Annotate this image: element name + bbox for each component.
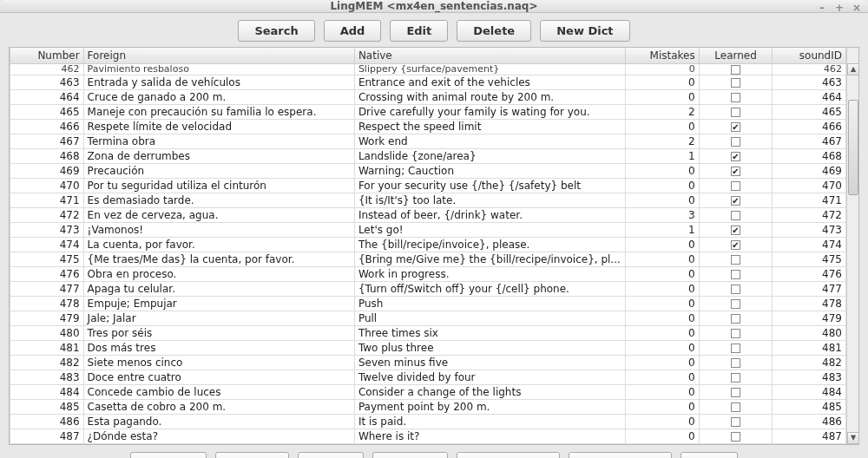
cell-native[interactable]: Payment point by 200 m. [354,400,625,415]
col-number[interactable]: Number [10,48,84,64]
cell-number[interactable]: 466 [10,120,84,134]
cell-mistakes[interactable]: 0 [626,179,700,193]
cell-soundid[interactable]: 484 [773,385,846,400]
cell-mistakes[interactable]: 0 [626,75,700,90]
cell-native[interactable]: Consider a change of the lights [354,385,625,400]
delete-button[interactable]: Delete [457,20,531,42]
cell-soundid[interactable]: 463 [773,75,846,90]
table-row[interactable]: 485Casetta de cobro a 200 m.Payment poin… [10,400,846,415]
cell-mistakes[interactable]: 0 [626,385,700,400]
learned-checkbox[interactable] [731,181,740,191]
cell-mistakes[interactable]: 0 [626,120,700,134]
cell-number[interactable]: 482 [10,356,84,370]
cell-native[interactable]: Instead of beer, {/drink} water. [354,208,625,223]
cell-soundid[interactable]: 472 [773,208,846,223]
cell-learned[interactable] [699,370,773,385]
cell-native[interactable]: Three times six [354,326,625,341]
cell-native[interactable]: Crossing with animal route by 200 m. [354,90,625,105]
cell-foreign[interactable]: Pavimiento resbaloso [83,64,354,75]
cell-foreign[interactable]: Cruce de ganado a 200 m. [83,90,354,105]
cell-mistakes[interactable]: 1 [626,149,700,164]
table-row[interactable]: 480Tres por séisThree times six0480 [10,326,846,341]
cell-number[interactable]: 478 [10,297,84,311]
cell-foreign[interactable]: Entrada y salida de vehículos [83,75,354,90]
cell-number[interactable]: 469 [10,164,84,179]
cell-learned[interactable] [699,90,773,105]
cell-learned[interactable]: ✔ [699,149,773,164]
learned-checkbox[interactable] [731,299,740,309]
cell-foreign[interactable]: Jale; Jalar [83,311,354,326]
cell-native[interactable]: Push [354,297,625,311]
cell-foreign[interactable]: En vez de cerveza, agua. [83,208,354,223]
cell-number[interactable]: 479 [10,311,84,326]
table-row[interactable]: 471Es demasiado tarde.{It is/It's} too l… [10,193,846,208]
cell-soundid[interactable]: 465 [773,105,846,120]
cell-mistakes[interactable]: 0 [626,238,700,252]
cell-soundid[interactable]: 486 [773,415,846,429]
cell-learned[interactable] [699,415,773,429]
cell-native[interactable]: Respect the speed limit [354,120,625,134]
cell-foreign[interactable]: Obra en proceso. [83,267,354,282]
cell-native[interactable]: {Bring me/Give me} the {bill/recipe/invo… [354,252,625,267]
edit-button[interactable]: Edit [390,20,448,42]
table-row[interactable]: 475{Me traes/Me das} la cuenta, por favo… [10,252,846,267]
learned-checkbox[interactable] [731,373,740,383]
cell-learned[interactable] [699,385,773,400]
cell-mistakes[interactable]: 0 [626,415,700,429]
learned-checkbox[interactable]: ✔ [731,167,740,176]
table-row[interactable]: 469PrecauciónWarning; Cauction0✔469 [10,164,846,179]
cell-learned[interactable]: ✔ [699,223,773,238]
cell-native[interactable]: Work end [354,134,625,149]
table-row[interactable]: 477Apaga tu celular.{Turn off/Switch off… [10,282,846,297]
switch-button[interactable]: Switch [372,452,448,458]
table-row[interactable]: 479Jale; JalarPull0479 [10,311,846,326]
cell-soundid[interactable]: 466 [773,120,846,134]
learned-checkbox[interactable] [731,314,740,324]
cell-learned[interactable] [699,267,773,282]
cell-mistakes[interactable]: 0 [626,297,700,311]
close-icon[interactable]: × [851,2,863,14]
table-row[interactable]: 486Esta pagando.It is paid.0486 [10,415,846,429]
cell-soundid[interactable]: 475 [773,252,846,267]
learned-checkbox[interactable] [731,417,740,427]
col-native[interactable]: Native [354,48,625,64]
table-row[interactable]: 466Respete límite de velocidadRespect th… [10,120,846,134]
cell-number[interactable]: 473 [10,223,84,238]
cell-foreign[interactable]: Casetta de cobro a 200 m. [83,400,354,415]
cell-learned[interactable] [699,134,773,149]
cell-learned[interactable] [699,326,773,341]
cell-soundid[interactable]: 483 [773,370,846,385]
cell-foreign[interactable]: Doce entre cuatro [83,370,354,385]
table-row[interactable]: 476Obra en proceso.Work in progress.0476 [10,267,846,282]
cell-native[interactable]: Warning; Cauction [354,164,625,179]
cell-learned[interactable] [699,356,773,370]
cell-learned[interactable] [699,429,773,444]
cell-number[interactable]: 464 [10,90,84,105]
cell-mistakes[interactable]: 0 [626,356,700,370]
table-row[interactable]: 483Doce entre cuatroTwelve divided by fo… [10,370,846,385]
cell-mistakes[interactable]: 0 [626,193,700,208]
cell-soundid[interactable]: 485 [773,400,846,415]
learned-checkbox[interactable] [731,388,740,397]
learned-checkbox[interactable] [731,211,740,220]
table-row[interactable]: 463Entrada y salida de vehículosEntrance… [10,75,846,90]
learned-checkbox[interactable] [731,93,740,102]
cell-soundid[interactable]: 469 [773,164,846,179]
table-row[interactable]: 462Pavimiento resbalosoSlippery {surface… [10,64,846,75]
cell-native[interactable]: {Turn off/Switch off} your {/cell} phone… [354,282,625,297]
cell-soundid[interactable]: 470 [773,179,846,193]
cell-soundid[interactable]: 487 [773,429,846,444]
cell-learned[interactable] [699,311,773,326]
learned-checkbox[interactable] [731,270,740,279]
learned-checkbox[interactable] [731,65,740,75]
cell-foreign[interactable]: Empuje; Empujar [83,297,354,311]
cell-number[interactable]: 463 [10,75,84,90]
table-row[interactable]: 470Por tu seguridad utiliza el cinturónF… [10,179,846,193]
cell-mistakes[interactable]: 0 [626,164,700,179]
cell-soundid[interactable]: 478 [773,297,846,311]
learned-checkbox[interactable] [731,137,740,147]
col-mistakes[interactable]: Mistakes [626,48,700,64]
cell-mistakes[interactable]: 0 [626,326,700,341]
learned-checkbox[interactable] [731,285,740,294]
search-button[interactable]: Search [238,20,314,42]
